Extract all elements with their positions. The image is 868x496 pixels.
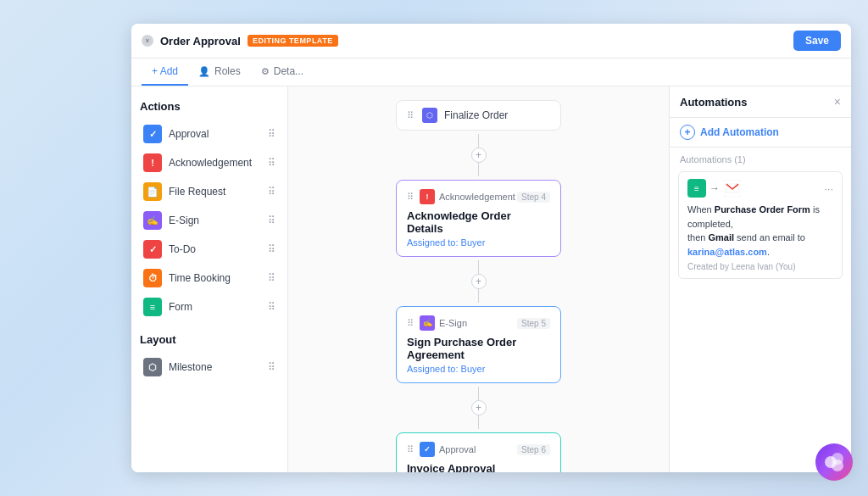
- assignee-label: Buyer: [461, 237, 486, 248]
- sidebar-item-form[interactable]: ≡ Form ⠿: [140, 293, 279, 321]
- step-title: Invoice Approval: [407, 462, 550, 472]
- step-title: Sign Purchase Order Agreement: [407, 336, 550, 361]
- step-card-approval[interactable]: ⠿ ✓ Approval Step 6 Invoice Approval Ass…: [396, 432, 561, 472]
- layout-title: Layout: [140, 333, 279, 346]
- save-button[interactable]: Save: [793, 31, 841, 51]
- milestone-label: Milestone: [169, 361, 212, 373]
- sidebar-item-approval[interactable]: ✓ Approval ⠿: [140, 120, 279, 148]
- page-logo: [815, 443, 853, 481]
- sidebar-item-esign[interactable]: ✍ E-Sign ⠿: [140, 206, 279, 235]
- main-window: × Order Approval EDITING TEMPLATE Save +…: [131, 24, 851, 472]
- acknowledgement-label: Acknowledgement: [169, 157, 252, 169]
- tab-add-label: + Add: [152, 65, 178, 77]
- canvas: ⠿ ⬡ Finalize Order + ⠿ ! Acknowledgement: [288, 86, 669, 472]
- roles-icon: 👤: [198, 66, 210, 77]
- automation-close-button[interactable]: ×: [834, 95, 841, 109]
- drag-icon: ⠿: [407, 318, 414, 329]
- step-type-label: E-Sign: [439, 318, 467, 328]
- esign-label: E-Sign: [169, 215, 199, 226]
- tab-add[interactable]: + Add: [142, 59, 188, 86]
- finalize-card[interactable]: ⠿ ⬡ Finalize Order: [396, 100, 561, 131]
- step-type-label: Acknowledgement: [439, 192, 515, 202]
- tab-roles-label: Roles: [214, 65, 241, 77]
- add-plus-icon: +: [680, 125, 695, 140]
- esign-step-icon: ✍: [420, 315, 435, 331]
- assignee-label: Buyer: [461, 364, 486, 374]
- step-assigned: Assigned to: Buyer: [407, 364, 550, 374]
- acknowledgement-step-icon: !: [420, 189, 435, 204]
- svg-point-3: [832, 460, 843, 471]
- milestone-icon: ⬡: [143, 358, 162, 376]
- time-booking-label: Time Booking: [169, 272, 231, 284]
- arrow-icon: →: [709, 182, 720, 194]
- close-button[interactable]: ×: [142, 35, 153, 47]
- step-type-label: Approval: [439, 444, 476, 454]
- automation-rule-card[interactable]: ≡ → ··· When Purchase: [678, 171, 843, 279]
- add-automation-button[interactable]: + Add Automation: [670, 118, 851, 148]
- drag-handle: ⠿: [268, 361, 275, 373]
- approval-label: Approval: [169, 128, 209, 140]
- step-assigned: Assigned to: Buyer: [407, 237, 550, 248]
- sidebar-item-milestone[interactable]: ⬡ Milestone ⠿: [140, 353, 279, 382]
- step-badge: Step 4: [517, 192, 550, 203]
- step-card-esign[interactable]: ⠿ ✍ E-Sign Step 5 Sign Purchase Order Ag…: [396, 306, 561, 383]
- approval-step-icon: ✓: [420, 442, 435, 457]
- created-by-label: Created by Leena Ivan (You): [687, 262, 833, 271]
- action-label: Gmail: [708, 232, 734, 242]
- tab-roles[interactable]: 👤 Roles: [188, 59, 251, 86]
- step-card-acknowledgement[interactable]: ⠿ ! Acknowledgement Step 4 Acknowledge O…: [396, 180, 561, 257]
- drag-handle: ⠿: [268, 301, 275, 313]
- esign-icon: ✍: [143, 211, 162, 230]
- drag-handle: ⠿: [268, 186, 275, 198]
- window-title: Order Approval: [160, 35, 241, 47]
- tab-details[interactable]: ⚙ Deta...: [251, 59, 314, 86]
- details-icon: ⚙: [261, 66, 270, 77]
- sidebar-item-time-booking[interactable]: ⏱ Time Booking ⠿: [140, 264, 279, 293]
- body: Actions ✓ Approval ⠿ ! Acknowledgement ⠿…: [131, 86, 851, 472]
- approval-icon: ✓: [143, 125, 162, 143]
- actions-title: Actions: [140, 100, 279, 113]
- time-booking-icon: ⏱: [143, 269, 162, 287]
- add-step-button[interactable]: +: [471, 148, 487, 163]
- acknowledgement-icon: !: [143, 153, 162, 172]
- connector: +: [471, 257, 487, 306]
- automations-count-label: Automations (1): [670, 148, 851, 168]
- add-step-button[interactable]: +: [471, 400, 487, 415]
- form-icon: ≡: [143, 298, 162, 316]
- drag-handle: ⠿: [268, 157, 275, 169]
- automation-rule-text: When Purchase Order Form is completed, t…: [687, 203, 833, 259]
- drag-icon: ⠿: [407, 444, 414, 455]
- action-detail: send an email to: [737, 232, 805, 242]
- step-badge: Step 6: [517, 444, 550, 455]
- header: × Order Approval EDITING TEMPLATE Save: [131, 24, 851, 59]
- email-value: karina@atlas.com: [687, 247, 767, 257]
- todo-icon: ✓: [143, 240, 162, 259]
- tabs-bar: + Add 👤 Roles ⚙ Deta...: [131, 59, 851, 86]
- add-automation-label: Add Automation: [700, 126, 779, 138]
- drag-handle: ⠿: [268, 243, 275, 255]
- add-step-button[interactable]: +: [471, 274, 487, 289]
- trigger-label: Purchase Order Form: [715, 204, 810, 215]
- automation-panel: Automations × + Add Automation Automatio…: [669, 86, 851, 472]
- sidebar-item-acknowledgement[interactable]: ! Acknowledgement ⠿: [140, 148, 279, 177]
- drag-handle: ⠿: [268, 128, 275, 140]
- drag-handle: ⠿: [268, 215, 275, 226]
- file-request-label: File Request: [169, 186, 225, 198]
- sidebar-item-todo[interactable]: ✓ To-Do ⠿: [140, 235, 279, 264]
- gmail-action-icon: [723, 179, 742, 198]
- tab-details-label: Deta...: [274, 65, 303, 77]
- sidebar: Actions ✓ Approval ⠿ ! Acknowledgement ⠿…: [131, 86, 288, 472]
- step-title: Acknowledge Order Details: [407, 209, 550, 235]
- drag-icon: ⠿: [407, 110, 414, 121]
- form-trigger-icon: ≡: [687, 179, 706, 198]
- form-label: Form: [169, 301, 192, 313]
- finalize-icon: ⬡: [422, 108, 437, 123]
- step-badge: Step 5: [517, 318, 550, 329]
- finalize-label: Finalize Order: [444, 109, 508, 121]
- sidebar-item-file-request[interactable]: 📄 File Request ⠿: [140, 177, 279, 206]
- automation-header: Automations ×: [670, 86, 851, 118]
- automation-title: Automations: [680, 96, 747, 109]
- todo-label: To-Do: [169, 243, 196, 255]
- drag-icon: ⠿: [407, 192, 414, 203]
- rule-options-button[interactable]: ···: [824, 182, 833, 195]
